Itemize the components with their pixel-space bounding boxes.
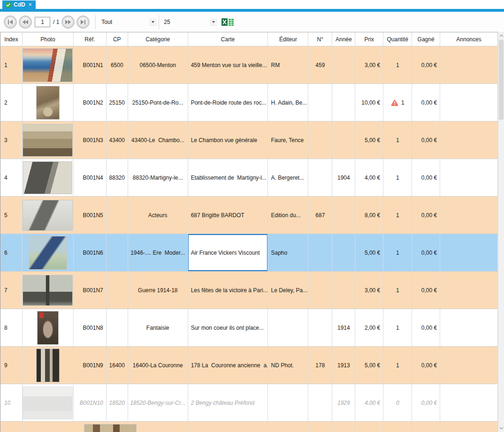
- cell-carte[interactable]: 687 Brigitte BARDOT: [188, 197, 268, 234]
- cell-gagne[interactable]: [412, 422, 440, 432]
- cell-index[interactable]: 7: [0, 272, 23, 309]
- cell-editeur[interactable]: [268, 384, 308, 421]
- cell-ref[interactable]: B001N5: [74, 197, 107, 234]
- cell-editeur[interactable]: ND Phot.: [268, 347, 308, 384]
- cell-index[interactable]: 10: [0, 384, 23, 421]
- cell-cp[interactable]: 18520: [107, 384, 128, 421]
- cell-gagne[interactable]: 0,00 €: [412, 272, 440, 309]
- cell-num[interactable]: [308, 121, 332, 159]
- page-number-input[interactable]: [35, 17, 50, 27]
- cell-photo[interactable]: [23, 272, 74, 309]
- cell-prix[interactable]: 2,00 €: [355, 309, 383, 346]
- column-header-photo[interactable]: Photo: [23, 32, 74, 46]
- cell-num[interactable]: [308, 272, 332, 309]
- cell-photo[interactable]: [23, 84, 74, 121]
- cell-ref[interactable]: B001N4: [74, 159, 107, 196]
- cell-index[interactable]: 4: [0, 159, 23, 196]
- cell-carte[interactable]: Etablissement de Martigny-l...: [188, 159, 268, 196]
- cell-annee[interactable]: [332, 234, 355, 271]
- cell-annee[interactable]: 1913: [332, 347, 355, 384]
- cell-categorie[interactable]: Acteurs: [128, 197, 188, 234]
- cell-editeur[interactable]: [268, 309, 308, 346]
- cell-photo[interactable]: [23, 159, 74, 196]
- cell-index[interactable]: 2: [0, 84, 23, 121]
- cell-index[interactable]: [0, 422, 23, 432]
- nav-last-button[interactable]: [76, 15, 90, 29]
- cell-categorie[interactable]: 06500-Menton: [128, 46, 188, 83]
- cell-gagne[interactable]: 0,00 €: [412, 121, 440, 159]
- cell-ref[interactable]: B001N6: [74, 234, 107, 271]
- cell-annee[interactable]: [332, 46, 355, 83]
- cell-annonces[interactable]: [440, 384, 498, 421]
- cell-cp[interactable]: 6500: [107, 46, 128, 83]
- cell-annonces[interactable]: [440, 422, 498, 432]
- vertical-scrollbar[interactable]: [498, 32, 504, 432]
- cell-gagne[interactable]: 0,00 €: [412, 347, 440, 384]
- cell-annonces[interactable]: [440, 347, 498, 384]
- cell-prix[interactable]: 5,00 €: [355, 347, 383, 384]
- cell-annee[interactable]: [332, 272, 355, 309]
- column-header-editeur[interactable]: Éditeur: [268, 32, 308, 46]
- cell-editeur[interactable]: [268, 422, 308, 432]
- chevron-down-icon[interactable]: [210, 18, 217, 26]
- cell-ref[interactable]: B001N10: [74, 384, 107, 421]
- cell-index[interactable]: 5: [0, 197, 23, 234]
- cell-categorie[interactable]: 25150-Pont-de-Ro...: [128, 84, 188, 121]
- cell-categorie[interactable]: 18520-Bengy-sur-Cr...: [128, 384, 188, 421]
- cell-gagne[interactable]: 0,00 €: [412, 159, 440, 196]
- tab-cdd[interactable]: CdD ×: [2, 0, 36, 9]
- cell-photo[interactable]: [23, 46, 74, 83]
- page-size-dropdown[interactable]: 25: [162, 16, 217, 28]
- cell-editeur[interactable]: Sapho: [268, 234, 308, 271]
- cell-gagne[interactable]: 0,00 €: [412, 309, 440, 346]
- cell-index[interactable]: 6: [0, 234, 23, 271]
- cell-annee[interactable]: 1904: [332, 159, 355, 196]
- cell-quantite[interactable]: 1: [383, 159, 412, 196]
- cell-quantite[interactable]: 1: [383, 347, 412, 384]
- cell-index[interactable]: 1: [0, 46, 23, 83]
- cell-cp[interactable]: [107, 272, 128, 309]
- cell-annee[interactable]: [332, 84, 355, 121]
- nav-previous-button[interactable]: [19, 15, 32, 29]
- cell-quantite[interactable]: 1: [383, 46, 412, 83]
- cell-editeur[interactable]: RM: [268, 46, 308, 83]
- cell-annee[interactable]: 1929: [332, 384, 355, 421]
- cell-annonces[interactable]: [440, 272, 498, 309]
- cell-prix[interactable]: [355, 422, 383, 432]
- cell-num[interactable]: 178: [308, 347, 332, 384]
- cell-ref[interactable]: B001N8: [74, 309, 107, 346]
- cell-carte[interactable]: 2 Bengy château Préfond: [188, 384, 268, 421]
- cell-gagne[interactable]: 0,00 €: [412, 384, 440, 421]
- cell-editeur[interactable]: H. Adain, Be...: [268, 84, 308, 121]
- cell-photo[interactable]: [23, 309, 74, 346]
- cell-gagne[interactable]: 0,00 €: [412, 84, 440, 121]
- cell-photo[interactable]: [23, 197, 74, 234]
- scroll-down-icon[interactable]: [498, 424, 504, 432]
- cell-carte[interactable]: 178 La Couronne ancienne a...: [188, 347, 268, 384]
- column-header-num[interactable]: N°: [308, 32, 332, 46]
- cell-annonces[interactable]: [440, 159, 498, 196]
- cell-annee[interactable]: [332, 422, 355, 432]
- tab-close-icon[interactable]: ×: [29, 2, 32, 8]
- cell-num[interactable]: [308, 159, 332, 196]
- column-header-categorie[interactable]: Catégorie: [128, 32, 188, 46]
- column-header-quantite[interactable]: Quantité: [383, 32, 412, 46]
- cell-num[interactable]: [308, 422, 332, 432]
- cell-prix[interactable]: 3,00 €: [355, 46, 383, 83]
- cell-editeur[interactable]: Edition du...: [268, 197, 308, 234]
- column-header-carte[interactable]: Carte: [188, 32, 268, 46]
- cell-ref[interactable]: B001N3: [74, 121, 107, 159]
- chevron-down-icon[interactable]: [149, 18, 157, 26]
- cell-prix[interactable]: 10,00 €: [355, 84, 383, 121]
- scroll-up-icon[interactable]: [498, 32, 504, 39]
- cell-categorie[interactable]: Fantaisie: [128, 309, 188, 346]
- cell-quantite[interactable]: 1: [383, 84, 412, 121]
- cell-cp[interactable]: 88320: [107, 159, 128, 196]
- cell-photo[interactable]: [23, 234, 74, 271]
- cell-cp[interactable]: [107, 234, 128, 271]
- cell-cp[interactable]: [107, 309, 128, 346]
- nav-first-button[interactable]: [4, 15, 17, 29]
- cell-annee[interactable]: 1914: [332, 309, 355, 346]
- cell-ref[interactable]: B001N7: [74, 272, 107, 309]
- cell-num[interactable]: 687: [308, 197, 332, 234]
